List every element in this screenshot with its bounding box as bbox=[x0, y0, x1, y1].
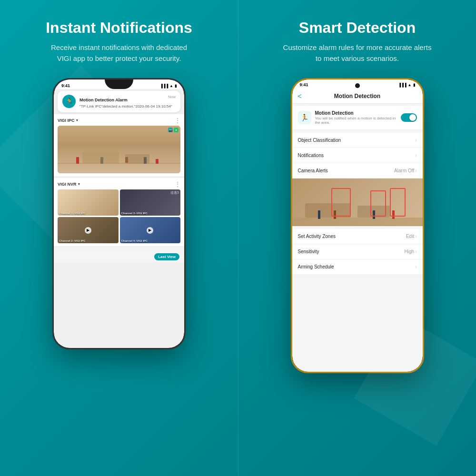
right-time: 9:41 bbox=[300, 82, 308, 87]
vigi-ipc-label: VIGI IPC ▾ bbox=[58, 118, 78, 123]
r-wifi-icon: ▲ bbox=[408, 83, 412, 87]
nav-header: < Motion Detection bbox=[292, 89, 423, 104]
museum-scene bbox=[58, 126, 180, 173]
chevron-6: › bbox=[415, 264, 416, 269]
back-button[interactable]: < bbox=[298, 92, 302, 100]
right-panel: Smart Detection Customize alarm rules fo… bbox=[238, 0, 476, 476]
vigi-ipc-section: VIGI IPC ▾ ⋮ bbox=[54, 114, 184, 176]
cam-icon-1: 📷 bbox=[168, 128, 173, 132]
notif-content: Motion Detection Alarm Now "TP-Link IPC"… bbox=[79, 95, 176, 109]
toggle-knob bbox=[409, 114, 416, 121]
motion-detection-title: Motion Detection bbox=[315, 110, 401, 116]
grid-cam-2-badge: 追逃5 bbox=[170, 190, 179, 195]
last-view-label: Last View bbox=[158, 255, 176, 259]
chevron-4: › bbox=[415, 234, 416, 239]
rfig-1 bbox=[318, 210, 320, 219]
run-icon: 🏃 bbox=[65, 98, 73, 105]
more-icon[interactable]: ⋮ bbox=[175, 117, 180, 124]
sensitivity-label: Sensitivity bbox=[298, 249, 319, 254]
left-title: Instant Notifications bbox=[46, 19, 192, 37]
grid-cam-2[interactable]: Channel 3–VIGI IPC 追逃5 bbox=[120, 189, 181, 216]
grid-cam-1[interactable]: Channel 1–VIGI IPC bbox=[58, 189, 119, 216]
r-battery-icon: ▮ bbox=[413, 83, 415, 87]
floor-r bbox=[292, 218, 423, 226]
chevron-5: › bbox=[415, 249, 416, 254]
chevron-1: › bbox=[415, 138, 416, 143]
last-view-btn[interactable]: Last View bbox=[154, 253, 179, 260]
left-phone: 9:41 ▐▐▐ ▲ ▮ 🏃 Motion Detection Alarm No… bbox=[52, 78, 186, 349]
right-phone-inner: 9:41 ▐▐▐ ▲ ▮ < Motion Detection 🏃 bbox=[292, 79, 423, 372]
right-phone: 9:41 ▐▐▐ ▲ ▮ < Motion Detection 🏃 bbox=[291, 78, 424, 373]
activity-zones-label: Set Activity Zones bbox=[298, 234, 336, 239]
motion-detection-content: Motion Detection You will be notified wh… bbox=[315, 110, 401, 125]
notifications-label: Notifications bbox=[298, 153, 324, 158]
chevron-2: › bbox=[415, 153, 416, 158]
figure-1 bbox=[76, 157, 79, 164]
notification-card: 🏃 Motion Detection Alarm Now "TP-Link IP… bbox=[58, 91, 180, 112]
screen-title: Motion Detection bbox=[334, 93, 380, 99]
nvr-more-icon[interactable]: ⋮ bbox=[175, 181, 180, 188]
motion-icon: 🏃 bbox=[300, 114, 308, 121]
exhibit-1 bbox=[82, 152, 119, 164]
detection-box-3 bbox=[390, 188, 406, 217]
wifi-icon: ▲ bbox=[169, 84, 173, 88]
left-time: 9:41 bbox=[61, 83, 70, 88]
object-classification-value: › bbox=[414, 138, 416, 143]
vigi-nvr-section: VIGI NVR ▾ ⋮ Channel 1–VIGI IPC Channel … bbox=[54, 178, 184, 246]
left-phone-inner: 9:41 ▐▐▐ ▲ ▮ 🏃 Motion Detection Alarm No… bbox=[54, 79, 184, 348]
camera-alerts-row[interactable]: Camera Alerts Alarm Off › bbox=[292, 163, 423, 178]
notifications-row[interactable]: Notifications › bbox=[292, 148, 423, 163]
grid-cam-3-play[interactable]: ▶ bbox=[85, 227, 91, 234]
camera-alerts-value: Alarm Off › bbox=[394, 168, 416, 173]
exhibit-2 bbox=[125, 154, 150, 164]
right-description: Customize alarm rules for more accurate … bbox=[281, 42, 434, 64]
left-status-icons: ▐▐▐ ▲ ▮ bbox=[160, 84, 177, 88]
motion-detection-item: 🏃 Motion Detection You will be notified … bbox=[292, 106, 423, 130]
notif-body: "TP-Link IPC"detected a motion."2020-06-… bbox=[79, 104, 176, 109]
arming-schedule-row[interactable]: Arming Schedule › bbox=[292, 259, 423, 275]
arming-schedule-value: › bbox=[414, 264, 416, 269]
sensitivity-row[interactable]: Sensitivity High › bbox=[292, 244, 423, 259]
punch-hole bbox=[355, 83, 360, 88]
camera-grid: Channel 1–VIGI IPC Channel 3–VIGI IPC 追逃… bbox=[58, 189, 180, 243]
nvr-dropdown-icon: ▾ bbox=[78, 182, 80, 186]
notif-time: Now bbox=[168, 95, 176, 99]
grid-cam-3-label: Channel 2–VIGI IPC bbox=[59, 239, 86, 242]
dropdown-icon: ▾ bbox=[76, 119, 78, 122]
vigi-nvr-text: VIGI NVR bbox=[58, 182, 77, 187]
camera-alerts-val: Alarm Off bbox=[394, 168, 414, 173]
sensitivity-value: High › bbox=[405, 249, 417, 254]
right-title: Smart Detection bbox=[299, 19, 416, 37]
grid-cam-4[interactable]: Channel 4–VIGI IPC ▶ bbox=[120, 217, 181, 243]
detection-box-2 bbox=[370, 190, 386, 217]
activity-zones-row[interactable]: Set Activity Zones Edit › bbox=[292, 229, 423, 244]
sensitivity-val: High bbox=[405, 249, 415, 254]
object-classification-row[interactable]: Object Classification › bbox=[292, 133, 423, 148]
right-status-icons: ▐▐▐ ▲ ▮ bbox=[398, 83, 415, 87]
cam-icon-2: ● bbox=[174, 128, 178, 132]
camera-alerts-label: Camera Alerts bbox=[298, 168, 328, 173]
camera-header-ipc: VIGI IPC ▾ ⋮ bbox=[58, 117, 180, 124]
r-signal-icon: ▐▐▐ bbox=[398, 83, 407, 87]
grid-cam-1-label: Channel 1–VIGI IPC bbox=[59, 212, 86, 215]
bottom-bar: Last View bbox=[54, 248, 184, 262]
signal-icon: ▐▐▐ bbox=[160, 84, 168, 88]
notif-title: Motion Detection Alarm bbox=[79, 98, 128, 102]
vigi-nvr-label: VIGI NVR ▾ bbox=[58, 182, 80, 187]
left-panel: Instant Notifications Receive instant no… bbox=[0, 0, 238, 476]
arming-schedule-label: Arming Schedule bbox=[298, 264, 334, 269]
left-description: Receive instant notifications with dedic… bbox=[43, 42, 195, 64]
motion-icon-wrapper: 🏃 bbox=[298, 111, 311, 124]
figure-5 bbox=[156, 159, 159, 164]
activity-zones-val: Edit bbox=[406, 234, 414, 239]
chevron-3: › bbox=[415, 168, 416, 173]
notifications-value: › bbox=[414, 153, 416, 158]
grid-cam-4-play[interactable]: ▶ bbox=[147, 227, 153, 234]
activity-zone-preview bbox=[292, 178, 423, 226]
battery-icon: ▮ bbox=[175, 84, 177, 88]
grid-cam-3[interactable]: Channel 2–VIGI IPC ▶ bbox=[58, 217, 119, 243]
grid-cam-4-label: Channel 4–VIGI IPC bbox=[121, 239, 148, 242]
detection-box-1 bbox=[331, 188, 351, 217]
motion-toggle[interactable] bbox=[401, 113, 417, 122]
activity-zones-value: Edit › bbox=[406, 234, 417, 239]
